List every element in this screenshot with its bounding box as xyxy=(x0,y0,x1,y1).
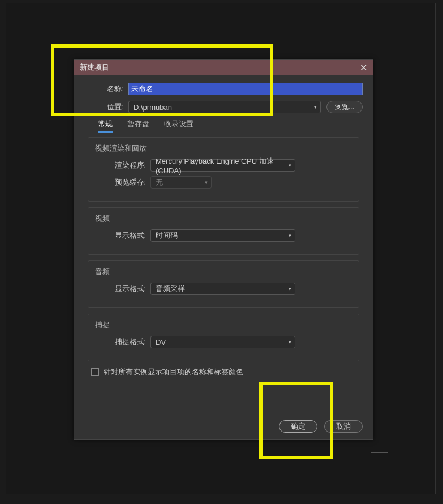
tab-scratch[interactable]: 暂存盘 xyxy=(127,119,149,133)
chevron-down-icon: ▾ xyxy=(289,233,291,238)
panel-video: 视频 显示格式: 时间码 ▾ xyxy=(88,207,359,255)
tab-ingest[interactable]: 收录设置 xyxy=(164,119,193,133)
chevron-down-icon: ▾ xyxy=(289,163,291,168)
show-names-checkbox-row[interactable]: 针对所有实例显示项目项的名称和标签颜色 xyxy=(91,367,363,377)
audio-format-label: 显示格式: xyxy=(95,284,146,294)
panel-title-audio: 音频 xyxy=(95,267,352,277)
ok-button[interactable]: 确定 xyxy=(279,420,317,433)
name-row: 名称: xyxy=(84,83,363,95)
new-project-dialog: 新建项目 ✕ 名称: 位置: D:\prmuban ▾ 浏览... 常规 暂存盘… xyxy=(74,59,373,440)
renderer-dropdown[interactable]: Mercury Playback Engine GPU 加速 (CUDA) ▾ xyxy=(150,159,295,172)
panel-capture: 捕捉 捕捉格式: DV ▾ xyxy=(88,314,359,361)
preview-cache-dropdown: 无 ▾ xyxy=(150,176,212,189)
capture-format-label: 捕捉格式: xyxy=(95,338,146,347)
checkbox-icon[interactable] xyxy=(91,368,99,376)
panel-title-video-render: 视频渲染和回放 xyxy=(95,143,352,153)
location-label: 位置: xyxy=(84,102,124,112)
location-dropdown[interactable]: D:\prmuban ▾ xyxy=(128,101,321,113)
panel-video-render: 视频渲染和回放 渲染程序: Mercury Playback Engine GP… xyxy=(88,137,359,202)
panel-audio: 音频 显示格式: 音频采样 ▾ xyxy=(88,260,359,308)
chevron-down-icon: ▾ xyxy=(289,286,291,292)
dialog-footer: 确定 取消 xyxy=(279,420,363,433)
video-format-dropdown[interactable]: 时间码 ▾ xyxy=(150,229,295,242)
dialog-title: 新建项目 xyxy=(80,62,109,72)
location-value: D:\prmuban xyxy=(134,103,172,112)
video-format-label: 显示格式: xyxy=(95,231,146,241)
chevron-down-icon: ▾ xyxy=(314,104,317,110)
panel-title-video: 视频 xyxy=(95,213,352,224)
location-row: 位置: D:\prmuban ▾ 浏览... xyxy=(84,101,363,113)
name-label: 名称: xyxy=(84,84,124,94)
dialog-body: 名称: 位置: D:\prmuban ▾ 浏览... 常规 暂存盘 收录设置 视… xyxy=(74,75,373,383)
browse-button[interactable]: 浏览... xyxy=(326,101,363,113)
chevron-down-icon: ▾ xyxy=(289,339,291,345)
preview-cache-label: 预览缓存: xyxy=(95,178,146,187)
decorative-line xyxy=(371,452,388,453)
audio-format-dropdown[interactable]: 音频采样 ▾ xyxy=(150,283,295,295)
close-icon[interactable]: ✕ xyxy=(360,62,367,73)
chevron-down-icon: ▾ xyxy=(205,180,208,185)
tab-general[interactable]: 常规 xyxy=(98,119,113,133)
project-name-input[interactable] xyxy=(128,83,363,95)
dialog-titlebar: 新建项目 ✕ xyxy=(74,60,373,75)
capture-format-dropdown[interactable]: DV ▾ xyxy=(150,336,295,348)
renderer-label: 渲染程序: xyxy=(95,161,146,170)
checkbox-label: 针对所有实例显示项目项的名称和标签颜色 xyxy=(104,367,243,377)
cancel-button[interactable]: 取消 xyxy=(324,420,363,433)
panel-title-capture: 捕捉 xyxy=(95,320,352,330)
tabs: 常规 暂存盘 收录设置 xyxy=(98,119,363,133)
